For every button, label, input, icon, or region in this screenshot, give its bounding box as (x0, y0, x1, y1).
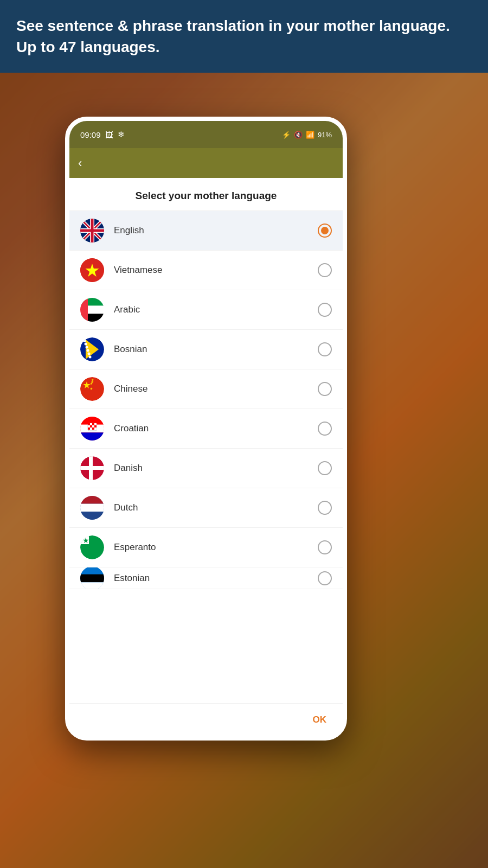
svg-rect-53 (80, 466, 104, 470)
notification-icon: 🖼 (105, 130, 113, 139)
radio-bosnian[interactable] (318, 342, 332, 356)
flag-arabic (80, 298, 104, 322)
svg-point-21 (84, 340, 86, 342)
language-item-bosnian[interactable]: Bosnian (69, 330, 343, 369)
svg-rect-43 (90, 425, 92, 427)
svg-rect-48 (92, 427, 94, 430)
language-item-arabic[interactable]: Arabic (69, 290, 343, 330)
svg-rect-16 (80, 298, 88, 322)
svg-point-23 (86, 346, 88, 349)
svg-rect-44 (92, 425, 94, 427)
dialog-title: Select your mother language (69, 178, 343, 211)
language-item-chinese[interactable]: Chinese (69, 369, 343, 409)
svg-text:★: ★ (82, 536, 89, 545)
language-item-dutch[interactable]: Dutch (69, 488, 343, 528)
status-right: ⚡ 🔇 📶 91% (282, 131, 332, 139)
language-item-danish[interactable]: Danish (69, 449, 343, 488)
svg-rect-57 (80, 512, 104, 520)
language-name-arabic: Arabic (114, 304, 318, 315)
flag-english (80, 219, 104, 242)
phone-mockup: 09:09 🖼 ❄ ⚡ 🔇 📶 91% ‹ Select your mother… (65, 117, 347, 741)
language-name-esperanto: Esperanto (114, 542, 318, 553)
svg-rect-49 (94, 427, 97, 430)
status-bar: 09:09 🖼 ❄ ⚡ 🔇 📶 91% (69, 121, 343, 148)
language-name-chinese: Chinese (114, 384, 318, 394)
time: 09:09 (80, 130, 101, 139)
radio-estonian[interactable] (318, 571, 332, 585)
svg-point-22 (85, 343, 87, 346)
svg-rect-36 (80, 432, 104, 441)
radio-vietnamese[interactable] (318, 263, 332, 277)
flag-chinese (80, 377, 104, 401)
radio-arabic[interactable] (318, 303, 332, 317)
flag-bosnian (80, 337, 104, 361)
svg-rect-46 (88, 427, 90, 430)
svg-point-25 (88, 353, 91, 355)
language-name-english: English (114, 225, 318, 236)
svg-rect-63 (80, 574, 104, 582)
language-name-dutch: Dutch (114, 502, 318, 513)
svg-point-26 (89, 356, 92, 359)
radio-dutch[interactable] (318, 501, 332, 515)
snowflake-icon: ❄ (118, 130, 125, 139)
svg-rect-56 (80, 504, 104, 512)
flag-esperanto: ★ (80, 535, 104, 559)
language-item-esperanto[interactable]: ★ Esperanto (69, 528, 343, 567)
radio-english[interactable] (318, 224, 332, 238)
battery: 91% (318, 131, 332, 139)
svg-rect-42 (88, 425, 90, 427)
dialog: Select your mother language (69, 178, 343, 736)
status-left: 09:09 🖼 ❄ (80, 130, 125, 139)
wifi-icon: 📶 (306, 131, 314, 139)
flag-danish (80, 456, 104, 480)
flag-estonian (80, 567, 104, 589)
language-item-english[interactable]: English (69, 211, 343, 251)
language-name-danish: Danish (114, 463, 318, 474)
language-item-croatian[interactable]: Croatian (69, 409, 343, 449)
language-name-estonian: Estonian (114, 573, 318, 584)
language-name-vietnamese: Vietnamese (114, 265, 318, 276)
language-item-vietnamese[interactable]: Vietnamese (69, 251, 343, 290)
language-item-estonian[interactable]: Estonian (69, 567, 343, 589)
mute-icon: 🔇 (294, 131, 303, 139)
ok-button[interactable]: OK (307, 711, 332, 729)
svg-rect-41 (94, 423, 97, 425)
svg-rect-64 (80, 582, 104, 589)
svg-rect-8 (80, 229, 104, 232)
banner-text: See sentence & phrase translation in you… (16, 15, 472, 58)
app-bar: ‹ (69, 148, 343, 178)
flag-croatian (80, 417, 104, 441)
flag-dutch (80, 496, 104, 520)
flag-vietnamese (80, 258, 104, 282)
language-name-bosnian: Bosnian (114, 344, 318, 355)
radio-croatian[interactable] (318, 422, 332, 436)
svg-rect-45 (94, 425, 97, 427)
svg-rect-40 (92, 423, 94, 425)
radio-esperanto[interactable] (318, 540, 332, 554)
svg-rect-47 (90, 427, 92, 430)
back-button[interactable]: ‹ (78, 156, 82, 170)
radio-danish[interactable] (318, 461, 332, 475)
bluetooth-icon: ⚡ (282, 131, 291, 139)
dialog-footer: OK (69, 703, 343, 736)
svg-rect-38 (88, 423, 90, 425)
svg-point-24 (87, 349, 89, 352)
svg-rect-55 (80, 496, 104, 504)
top-banner: See sentence & phrase translation in you… (0, 0, 488, 73)
language-list: English Vietnamese (69, 211, 343, 703)
radio-chinese[interactable] (318, 382, 332, 396)
language-name-croatian: Croatian (114, 423, 318, 434)
svg-rect-39 (90, 423, 92, 425)
svg-rect-62 (80, 567, 104, 574)
